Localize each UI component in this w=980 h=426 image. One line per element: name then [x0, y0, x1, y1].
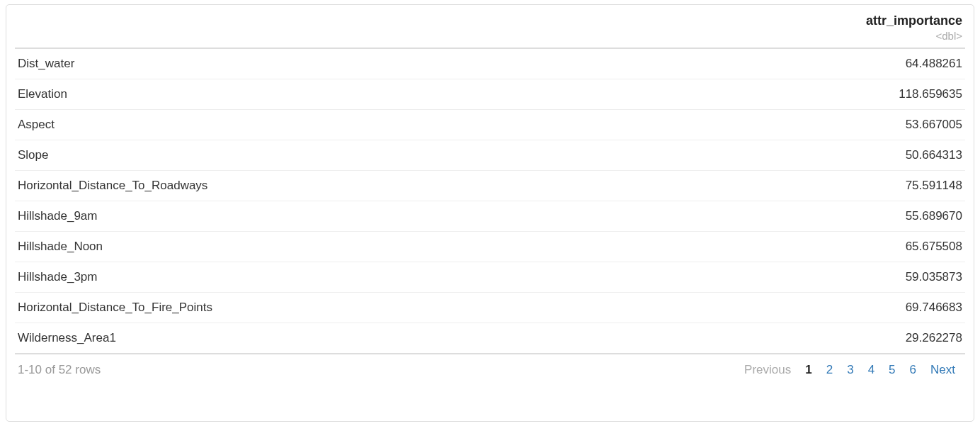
row-name: Slope [15, 140, 644, 171]
table-header-row: attr_importance [15, 9, 965, 30]
page-number-button[interactable]: 4 [861, 360, 882, 380]
row-value: 50.664313 [644, 140, 965, 171]
row-value: 75.591148 [644, 171, 965, 201]
row-value: 65.675508 [644, 232, 965, 262]
row-name: Hillshade_Noon [15, 232, 644, 262]
page-number-button[interactable]: 3 [840, 360, 860, 380]
page-next-button[interactable]: Next [923, 360, 962, 380]
table-row: Horizontal_Distance_To_Fire_Points 69.74… [15, 293, 965, 323]
table-row: Hillshade_Noon 65.675508 [15, 232, 965, 262]
row-name: Wilderness_Area1 [15, 323, 644, 354]
col-header-rowname [15, 9, 644, 30]
pagination: Previous 1 2 3 4 5 6 Next [737, 360, 962, 380]
row-value: 55.689670 [644, 201, 965, 232]
row-value: 53.667005 [644, 110, 965, 140]
table-row: Elevation 118.659635 [15, 79, 965, 110]
row-value: 64.488261 [644, 48, 965, 79]
row-name: Hillshade_3pm [15, 262, 644, 293]
col-type-rowname [15, 30, 644, 48]
col-header-value: attr_importance [644, 9, 965, 30]
row-name: Horizontal_Distance_To_Roadways [15, 171, 644, 201]
page-number-button[interactable]: 1 [798, 360, 819, 380]
table-type-row: <dbl> [15, 30, 965, 48]
row-name: Dist_water [15, 48, 644, 79]
table-row: Aspect 53.667005 [15, 110, 965, 140]
page-prev-button[interactable]: Previous [737, 360, 798, 380]
data-table: attr_importance <dbl> Dist_water 64.4882… [15, 9, 965, 354]
data-table-panel: attr_importance <dbl> Dist_water 64.4882… [6, 4, 974, 422]
row-name: Hillshade_9am [15, 201, 644, 232]
table-row: Hillshade_9am 55.689670 [15, 201, 965, 232]
row-value: 59.035873 [644, 262, 965, 293]
row-name: Aspect [15, 110, 644, 140]
row-value: 29.262278 [644, 323, 965, 354]
table-row: Dist_water 64.488261 [15, 48, 965, 79]
page-number-button[interactable]: 6 [903, 360, 923, 380]
row-value: 118.659635 [644, 79, 965, 110]
table-row: Slope 50.664313 [15, 140, 965, 171]
row-name: Elevation [15, 79, 644, 110]
table-footer: 1-10 of 52 rows Previous 1 2 3 4 5 6 Nex… [15, 354, 965, 384]
page-number-button[interactable]: 2 [819, 360, 840, 380]
table-row: Hillshade_3pm 59.035873 [15, 262, 965, 293]
col-type-value: <dbl> [644, 30, 965, 48]
row-value: 69.746683 [644, 293, 965, 323]
row-name: Horizontal_Distance_To_Fire_Points [15, 293, 644, 323]
row-range-status: 1-10 of 52 rows [18, 363, 101, 377]
page-number-button[interactable]: 5 [882, 360, 902, 380]
table-row: Horizontal_Distance_To_Roadways 75.59114… [15, 171, 965, 201]
table-row: Wilderness_Area1 29.262278 [15, 323, 965, 354]
